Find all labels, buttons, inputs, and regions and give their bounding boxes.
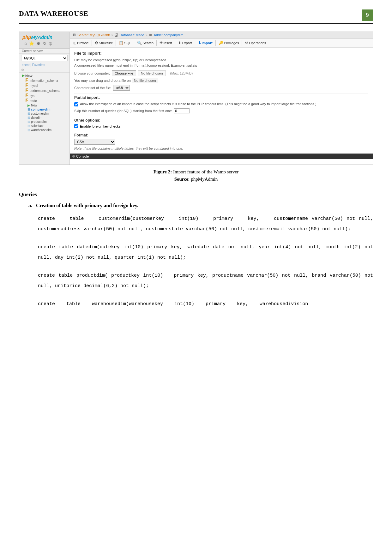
- page-title: DATA WAREHOUSE: [19, 9, 88, 18]
- search-icon: 🔍: [137, 41, 142, 45]
- mysql-server-select[interactable]: MySQL: [21, 55, 68, 61]
- export-button[interactable]: ⬆ Export: [177, 40, 194, 46]
- browse-button[interactable]: ⊞ Browse: [72, 40, 90, 46]
- console-dot: [72, 155, 75, 158]
- insert-button[interactable]: ✚ Insert: [158, 40, 174, 46]
- source-label: Source:: [174, 177, 190, 182]
- phpmyadmin-logo: phpMyAdmin ⌂ ⭐ ⚙ ↻ ◎: [19, 32, 69, 49]
- breadcrumb-sep2: »: [146, 33, 148, 37]
- sql-icon: 📋: [119, 41, 124, 45]
- privileges-icon: 🔑: [219, 41, 223, 45]
- breadcrumb-database: Database: trade: [119, 33, 144, 37]
- ecent-label: ecent | Favorites: [19, 63, 69, 67]
- export-icon: ⬆: [178, 41, 181, 45]
- skip-row: Skip this number of queries (for SQL) st…: [74, 108, 368, 113]
- breadcrumb-server: Server: MySQL-3388: [77, 33, 110, 37]
- import-button[interactable]: ⬇ Import: [196, 40, 214, 46]
- phpmyadmin-logo-text: phpMyAdmin: [22, 34, 66, 40]
- creation-subheading: a. Creation of table with primary and fo…: [19, 203, 373, 208]
- tree-item-performance-schema[interactable]: 🗄 performance_schema: [19, 88, 69, 93]
- tree-item-customerdim[interactable]: ⊞ customerdim: [19, 111, 69, 116]
- drag-drop-row: You may also drag and drop a file on No …: [74, 78, 368, 83]
- operations-icon: ⚒: [245, 41, 248, 45]
- query-para-1: create table customerdim(customerkey int…: [19, 214, 373, 234]
- fk-checks-checkbox[interactable]: [74, 124, 78, 128]
- privileges-button[interactable]: 🔑 Privileges: [217, 40, 241, 46]
- toolbar-separator2: [116, 40, 116, 46]
- structure-icon: ⚙: [95, 41, 98, 45]
- import-note: File may be compressed (gzip, bzip2, zip…: [74, 57, 368, 68]
- fk-checks-row: Enable foreign key checks: [74, 124, 368, 128]
- screenshot-container: phpMyAdmin ⌂ ⭐ ⚙ ↻ ◎ Current server: MyS…: [19, 32, 373, 165]
- toolbar-separator6: [195, 40, 195, 46]
- phpmyadmin-sidebar: phpMyAdmin ⌂ ⭐ ⚙ ↻ ◎ Current server: MyS…: [19, 32, 70, 165]
- phpmyadmin-ui: phpMyAdmin ⌂ ⭐ ⚙ ↻ ◎ Current server: MyS…: [19, 32, 373, 165]
- sql-button[interactable]: 📋 SQL: [117, 40, 133, 46]
- phpmyadmin-toolbar: ⊞ Browse ⚙ Structure 📋 SQL 🔍 Search: [70, 39, 373, 48]
- search-button[interactable]: 🔍 Search: [136, 40, 155, 46]
- operations-button[interactable]: ⚒ Operations: [243, 40, 268, 46]
- tree-item-information-schema[interactable]: 🗄 information_schema: [19, 78, 69, 83]
- insert-icon: ✚: [160, 41, 163, 45]
- tree-item-new2[interactable]: ▶ New: [19, 103, 69, 107]
- choose-file-button[interactable]: Choose File: [112, 70, 136, 76]
- breadcrumb-table: Table: companydim: [154, 33, 184, 37]
- tree-item-productdim[interactable]: ⊞ productdim: [19, 120, 69, 124]
- console-label: Console: [76, 154, 89, 158]
- toolbar-separator5: [175, 40, 175, 46]
- drag-file-area: No file chosen: [132, 78, 158, 83]
- partial-note: Allow the interruption of an import in c…: [74, 102, 368, 106]
- database-tree: ▶ New 🗄 information_schema 🗄 mysql 🗄 per…: [19, 73, 69, 133]
- tree-item-companydim[interactable]: ⊞ companydim: [19, 107, 69, 111]
- toolbar-separator3: [134, 40, 134, 46]
- page-number: 9: [362, 9, 373, 21]
- figure-caption: Figure 2: Import feature of the Wamp ser…: [19, 169, 373, 175]
- structure-button[interactable]: ⚙ Structure: [93, 40, 115, 46]
- browse-icon: ⊞: [73, 41, 76, 45]
- toolbar-separator8: [242, 40, 242, 46]
- other-options-title: Other options:: [74, 116, 368, 123]
- current-server-label: Current server:: [19, 49, 69, 54]
- toolbar-separator7: [215, 40, 216, 46]
- format-note: Note: If the file contains multiple tabl…: [74, 147, 368, 150]
- tree-item-new1[interactable]: ▶ New: [19, 73, 69, 78]
- query-para-2: create table datedim(datekey int(10) pri…: [19, 242, 373, 263]
- charset-label: Character set of the file:: [74, 86, 111, 90]
- format-title: Format:: [74, 131, 368, 137]
- toolbar-separator: [92, 40, 92, 46]
- figure-label: Figure 2:: [154, 169, 172, 174]
- tree-item-warehousedim[interactable]: ⊞ warehousedim: [19, 128, 69, 132]
- breadcrumb-sep1: »: [111, 33, 113, 37]
- no-file-label: No file chosen: [138, 70, 166, 76]
- charset-select[interactable]: utf-8: [113, 85, 130, 91]
- max-size-label: (Max: 128MiB): [170, 71, 193, 75]
- toolbar-separator4: [156, 40, 157, 46]
- browse-row: Browse your computer: Choose File No fil…: [74, 70, 368, 76]
- partial-import-checkbox[interactable]: [74, 102, 78, 106]
- charset-row: Character set of the file: utf-8: [74, 85, 368, 91]
- figure-text: Import feature of the Wamp server: [173, 169, 238, 174]
- queries-heading: Queries: [19, 191, 373, 198]
- query-para-3: create table productdim( productkey int(…: [19, 270, 373, 291]
- console-bar: Console: [70, 154, 373, 159]
- query-para-4: create table warehousedim(warehousekey i…: [19, 299, 373, 309]
- import-icon: ⬇: [198, 41, 201, 45]
- tree-item-salesfact[interactable]: ⊞ salesfact: [19, 124, 69, 128]
- tree-item-trade[interactable]: 🗄 trade: [19, 98, 69, 103]
- file-import-title: File to import:: [74, 51, 368, 56]
- breadcrumb: 🖥 Server: MySQL-3388 » 🗄 Database: trade…: [70, 32, 373, 39]
- tree-item-sys[interactable]: 🗄 sys: [19, 93, 69, 98]
- breadcrumb-table-icon: 🖹: [149, 33, 152, 37]
- format-select[interactable]: CSV: [74, 139, 115, 145]
- import-content: File to import: File may be compressed (…: [70, 48, 373, 154]
- skip-input[interactable]: [174, 108, 190, 113]
- source-line: Source: phpMyAdmin: [19, 177, 373, 182]
- tree-item-datedim[interactable]: ⊞ datedim: [19, 116, 69, 120]
- tree-item-mysql[interactable]: 🗄 mysql: [19, 83, 69, 88]
- phpmyadmin-main-panel: 🖥 Server: MySQL-3388 » 🗄 Database: trade…: [70, 32, 373, 165]
- partial-import-title: Partial import:: [74, 93, 368, 100]
- phpmyadmin-icon-bar: ⌂ ⭐ ⚙ ↻ ◎: [22, 40, 66, 47]
- page-header: DATA WAREHOUSE 9: [19, 9, 373, 24]
- source-value: phpMyAdmin: [191, 177, 218, 182]
- browse-label: Browse your computer:: [74, 71, 110, 75]
